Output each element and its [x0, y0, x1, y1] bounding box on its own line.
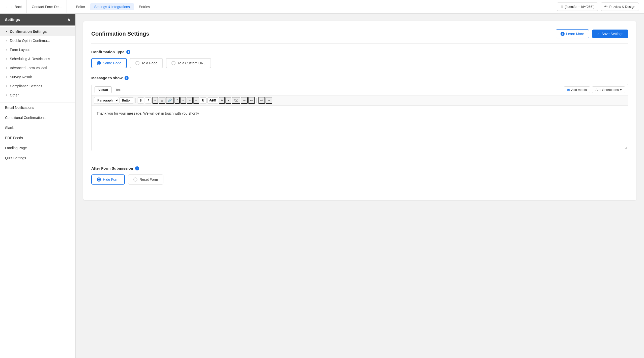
message-to-show-label: Message to show [91, 76, 123, 80]
editor-content: Thank you for your message. We will get … [97, 111, 199, 115]
align-left-button[interactable]: ≡ [180, 97, 186, 104]
toolbar-separator-2 [256, 98, 257, 103]
save-settings-button[interactable]: ✓ Save Settings [592, 30, 628, 38]
ordered-list-button[interactable]: ≣ [159, 97, 165, 104]
sidebar-item-quiz-settings[interactable]: Quiz Settings [0, 153, 75, 163]
sidebar-item-scheduling[interactable]: Scheduling & Restrictions [0, 54, 75, 63]
sidebar-settings-section: Confirmation Settings Double Opt-in Conf… [0, 25, 75, 101]
back-arrow-icon: ← [5, 5, 9, 9]
underline-button[interactable]: U [200, 97, 207, 104]
align-right-button[interactable]: ≡ [193, 97, 199, 104]
after-form-submission-label: After Form Submission [91, 166, 133, 170]
shortcode-icon: ⊞ [561, 5, 563, 9]
back-button[interactable]: ← ← Back [5, 5, 26, 9]
button-insert-button[interactable]: Button [120, 97, 134, 104]
sidebar-top-item-label: Email Notifications [5, 106, 34, 110]
unordered-list-button[interactable]: ≡ [152, 97, 158, 104]
sidebar-item-compliance[interactable]: Compliance Settings [0, 82, 75, 91]
sidebar-item-advanced-validation[interactable]: Advanced Form Validati... [0, 63, 75, 72]
sidebar-top-item-label: Landing Page [5, 146, 27, 150]
sidebar-item-label: Confirmation Settings [10, 30, 47, 34]
paragraph-select[interactable]: Paragraph Heading 1 Heading 2 Heading 3 [94, 97, 119, 104]
italic-button[interactable]: I [145, 97, 152, 104]
undo-button[interactable]: ↩ [258, 97, 265, 104]
sidebar-settings-header: Settings ∧ [0, 14, 75, 25]
confirmation-type-info-icon[interactable]: i [126, 50, 130, 54]
sidebar-top-item-label: Conditional Confirmations [5, 116, 45, 120]
editor-body[interactable]: Thank you for your message. We will get … [92, 106, 628, 151]
shortcode-button[interactable]: ⊞ [fluentform id="256"] [557, 3, 598, 11]
learn-more-button[interactable]: i Learn More [556, 29, 589, 38]
add-shortcodes-label: Add Shortcodes [595, 88, 619, 92]
sidebar-item-label: Advanced Form Validati... [10, 66, 50, 70]
after-submission-info-icon[interactable]: i [135, 166, 139, 170]
strikethrough-button[interactable]: ABC [207, 97, 218, 104]
save-settings-label: Save Settings [602, 32, 623, 36]
radio-circle-reset-form [133, 177, 137, 182]
preview-label: Preview & Design [609, 5, 635, 9]
sidebar-item-survey-result[interactable]: Survey Result [0, 72, 75, 82]
same-page-label: Same Page [103, 61, 121, 65]
outdent-button[interactable]: ⇤ [248, 97, 255, 104]
hide-form-label: Hide Form [103, 177, 119, 182]
settings-label: Settings [5, 17, 20, 22]
sidebar-top-item-label: Quiz Settings [5, 156, 26, 160]
learn-more-label: Learn More [566, 32, 584, 36]
preview-design-button[interactable]: 👁 Preview & Design [601, 3, 639, 11]
text-color-picker[interactable]: ▾ [225, 97, 231, 104]
sidebar-item-other[interactable]: Other [0, 91, 75, 100]
radio-hide-form[interactable]: Hide Form [91, 174, 125, 185]
blockquote-button[interactable]: " [174, 97, 180, 104]
editor-tab-text[interactable]: Text [112, 86, 125, 93]
app-layout: Settings ∧ Confirmation Settings Double … [0, 14, 644, 358]
after-form-submission-title: After Form Submission i [91, 166, 628, 170]
sidebar: Settings ∧ Confirmation Settings Double … [0, 14, 76, 358]
sidebar-top-item-label: Slack [5, 126, 14, 130]
to-custom-url-label: To a Custom URL [178, 61, 205, 65]
radio-to-custom-url[interactable]: To a Custom URL [166, 58, 211, 68]
radio-circle-hide-form [97, 177, 101, 182]
page-title: Confirmation Settings [91, 31, 149, 37]
sidebar-item-conditional-confirmations[interactable]: Conditional Confirmations [0, 113, 75, 123]
sidebar-item-landing-page[interactable]: Landing Page [0, 143, 75, 153]
sidebar-item-label: Other [10, 93, 19, 97]
clear-format-button[interactable]: ⌫ [232, 97, 240, 104]
sidebar-item-pdf-feeds[interactable]: PDF Feeds [0, 133, 75, 143]
add-shortcodes-button[interactable]: Add Shortcodes ▾ [592, 86, 625, 93]
link-button[interactable]: 🔗 [166, 97, 174, 104]
redo-button[interactable]: ↪ [266, 97, 272, 104]
sidebar-item-double-optin[interactable]: Double Opt-in Confirma... [0, 36, 75, 45]
editor-wrapper: Visual Text ⊞ Add media Add Shortcodes ▾ [91, 84, 628, 151]
align-center-button[interactable]: ≡ [187, 97, 193, 104]
card-header: Confirmation Settings i Learn More ✓ Sav… [91, 29, 628, 44]
editor-tab-visual[interactable]: Visual [95, 86, 112, 93]
message-to-show-section: Message to show i Visual Text ⊞ Add [91, 76, 628, 151]
text-color-button[interactable]: A [219, 97, 225, 104]
sidebar-item-label: Compliance Settings [10, 84, 42, 88]
sidebar-item-email-notifications[interactable]: Email Notifications [0, 103, 75, 113]
chevron-down-icon: ▾ [620, 88, 622, 92]
radio-to-a-page[interactable]: To a Page [130, 58, 163, 68]
confirmation-type-label: Confirmation Type [91, 50, 124, 54]
tab-editor[interactable]: Editor [72, 3, 89, 10]
confirmation-type-title: Confirmation Type i [91, 50, 628, 54]
sidebar-top-item-label: PDF Feeds [5, 136, 23, 140]
radio-reset-form[interactable]: Reset Form [128, 174, 163, 185]
message-info-icon[interactable]: i [125, 76, 129, 80]
radio-same-page[interactable]: Same Page [91, 58, 127, 68]
card-actions: i Learn More ✓ Save Settings [556, 29, 628, 38]
chevron-up-icon: ∧ [67, 17, 70, 22]
tab-entries[interactable]: Entries [135, 3, 154, 10]
sidebar-item-confirmation[interactable]: Confirmation Settings [0, 27, 75, 36]
add-media-icon: ⊞ [567, 88, 570, 92]
confirmation-type-section: Confirmation Type i Same Page To a Page [91, 50, 628, 68]
bold-button[interactable]: B [137, 97, 144, 104]
sidebar-item-slack[interactable]: Slack [0, 123, 75, 133]
toolbar-separator-1 [135, 98, 136, 103]
sidebar-item-form-layout[interactable]: Form Layout [0, 45, 75, 54]
content-card: Confirmation Settings i Learn More ✓ Sav… [83, 21, 636, 200]
indent-button[interactable]: ⇥ [241, 97, 248, 104]
tab-settings-integrations[interactable]: Settings & Integrations [90, 3, 134, 10]
add-media-button[interactable]: ⊞ Add media [564, 86, 590, 93]
editor-tab-group: Visual Text [95, 86, 125, 93]
